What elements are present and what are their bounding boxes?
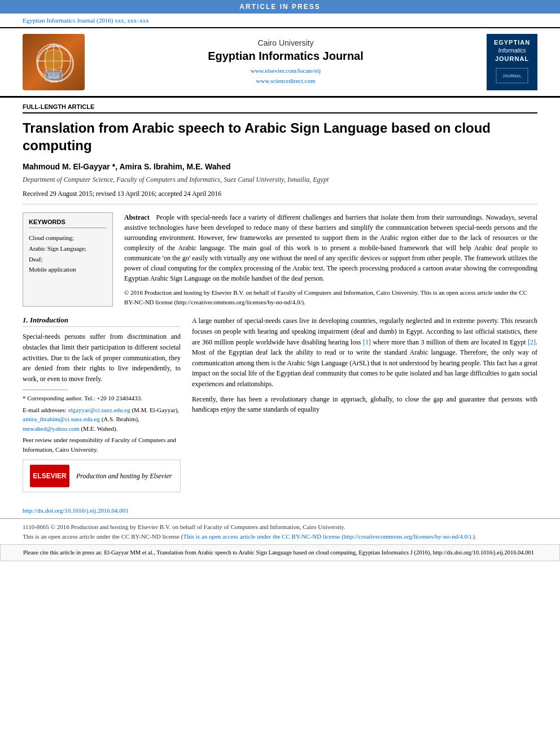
- elsevier-link[interactable]: www.elsevier.com/locate/eij: [90, 66, 481, 76]
- intro-right-para2: Recently, there has been a revolutionary…: [192, 394, 537, 415]
- keywords-list: Cloud computing; Arabic Sign Language; D…: [29, 233, 107, 275]
- svg-rect-5: [48, 72, 59, 79]
- eij-logo: EGYPTIAN Informatics JOURNAL JOURNAL: [487, 34, 537, 90]
- email-link-1[interactable]: elgayyar@ci.suez.edu.eg: [68, 407, 130, 413]
- email-link-2[interactable]: amira_ibrahim@ci.suez.edu.eg: [23, 416, 100, 422]
- abstract-section: Abstract People with special-needs face …: [124, 212, 537, 307]
- abstract-text: Abstract People with special-needs face …: [124, 212, 537, 283]
- intro-right-para1: A large number of special-needs cases li…: [192, 316, 537, 389]
- bottom-line1: 1110-8665 © 2016 Production and hosting …: [23, 522, 537, 532]
- intro-heading: 1. Introduction: [23, 316, 181, 327]
- journal-links: www.elsevier.com/locate/eij www.scienced…: [90, 66, 481, 86]
- footnote-star: * Corresponding author. Tel.: +20 10 234…: [23, 394, 181, 403]
- keyword-2: Arabic Sign Language;: [29, 243, 107, 254]
- elsevier-box: ELSEVIER Production and hosting by Elsev…: [23, 460, 181, 492]
- intro-left-para1: Special-needs persons suffer from discri…: [23, 331, 181, 384]
- keyword-3: Deaf;: [29, 254, 107, 265]
- article-in-press-banner: ARTICLE IN PRESS: [0, 0, 560, 14]
- received-dates: Received 29 August 2015; revised 13 Apri…: [23, 190, 537, 204]
- svg-text:JOURNAL: JOURNAL: [502, 74, 522, 78]
- elsevier-logo: ELSEVIER: [30, 465, 69, 487]
- doi-link[interactable]: http://dx.doi.org/10.1016/j.eij.2016.04.…: [23, 507, 129, 514]
- cc-license-link[interactable]: This is an open access article under the…: [183, 533, 473, 540]
- header-section: Cairo University Egyptian Informatics Jo…: [0, 27, 560, 98]
- keywords-abstract-row: KEYWORDS Cloud computing; Arabic Sign La…: [23, 212, 537, 307]
- keyword-1: Cloud computing;: [29, 233, 107, 243]
- journal-title-header: Egyptian Informatics Journal: [90, 50, 481, 63]
- abstract-copyright: © 2016 Production and hosting by Elsevie…: [124, 288, 537, 307]
- footnote-divider: [23, 390, 68, 390]
- affiliation: Department of Computer Science, Faculty …: [23, 176, 537, 184]
- doi-line: http://dx.doi.org/10.1016/j.eij.2016.04.…: [23, 507, 537, 514]
- citation-box: Please cite this article in press as: El…: [0, 544, 560, 561]
- svg-rect-6: [50, 81, 58, 82]
- svg-rect-4: [45, 71, 62, 81]
- ref-1: [1]: [363, 338, 371, 346]
- doi-section: http://dx.doi.org/10.1016/j.eij.2016.04.…: [0, 507, 560, 518]
- col-right: A large number of special-needs cases li…: [192, 316, 537, 492]
- body-columns: 1. Introduction Special-needs persons su…: [23, 316, 537, 492]
- keywords-box: KEYWORDS Cloud computing; Arabic Sign La…: [23, 212, 113, 307]
- svg-point-0: [37, 44, 71, 78]
- article-type: FULL-LENGTH ARTICLE: [23, 103, 537, 113]
- sciencedirect-link[interactable]: www.sciencedirect.com: [90, 76, 481, 86]
- ref-2: [2]: [528, 338, 536, 346]
- header-center: Cairo University Egyptian Informatics Jo…: [90, 38, 481, 86]
- svg-point-1: [45, 44, 62, 78]
- keywords-title: KEYWORDS: [29, 219, 107, 228]
- citation-text: Please cite this article in press as: El…: [23, 549, 534, 556]
- col-left: 1. Introduction Special-needs persons su…: [23, 316, 181, 492]
- keyword-4: Mobile application: [29, 264, 107, 275]
- cairo-university-logo: [23, 34, 85, 90]
- abstract-label: Abstract: [124, 213, 150, 221]
- footnote-emails: E-mail addresses: elgayyar@ci.suez.edu.e…: [23, 405, 181, 434]
- email-link-3[interactable]: mewahed@yahoo.com: [23, 425, 80, 432]
- bottom-line2: This is an open access article under the…: [23, 532, 537, 541]
- journal-ref-link[interactable]: Egyptian Informatics Journal (2016) xxx,…: [23, 17, 149, 24]
- elsevier-text: Production and hosting by Elsevier: [76, 472, 172, 480]
- authors: Mahmoud M. El-Gayyar *, Amira S. Ibrahim…: [23, 162, 537, 171]
- bottom-bar: 1110-8665 © 2016 Production and hosting …: [0, 518, 560, 544]
- article-title: Translation from Arabic speech to Arabic…: [23, 119, 537, 154]
- journal-ref-line: Egyptian Informatics Journal (2016) xxx,…: [0, 14, 560, 27]
- footnote-peer-review: Peer review under responsibility of Facu…: [23, 435, 181, 454]
- main-content: FULL-LENGTH ARTICLE Translation from Ara…: [0, 98, 560, 507]
- university-name: Cairo University: [90, 38, 481, 47]
- abstract-body: People with special-needs face a variety…: [124, 213, 537, 282]
